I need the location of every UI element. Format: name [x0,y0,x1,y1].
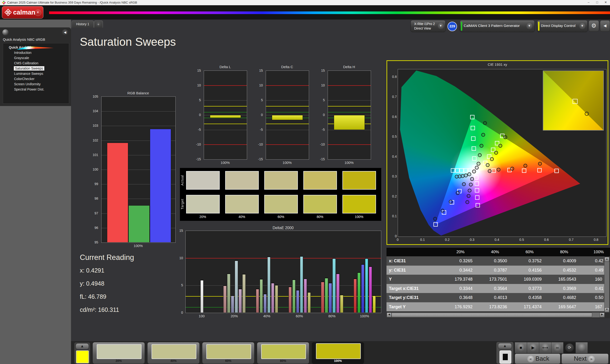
pattern-generator-dropdown[interactable]: CalMAN Client 3 Pattern Generator ▼ [460,20,535,32]
rgb-balance-y-axis: 9596979899100101102103104105 [86,96,100,242]
pattern-button-label: 40% [147,359,199,363]
scroll-up-button[interactable]: ▲ [605,257,609,262]
window-close-button[interactable]: ✕ [601,0,610,5]
cie-y-tick: 0.1 [389,214,397,218]
current-pattern-swatch[interactable] [76,351,89,363]
sidebar-item-colorchecker[interactable]: ColorChecker [3,76,69,81]
y-tick-label: 5 [176,283,184,287]
table-row: Target x:CIE310.33440.35640.37730.39690.… [387,284,604,293]
pattern-window-button[interactable] [499,351,511,364]
cie-measured-marker [469,183,472,186]
scroll-left-button[interactable]: ◀ [387,312,391,317]
preview-expand-button[interactable]: ▲ [498,343,512,349]
cie-y-tick: 0.4 [389,155,397,158]
sidebar-item-introduction[interactable]: Introduction [3,50,69,55]
limit-line [204,85,247,86]
delta-chart-l [204,70,247,160]
deltae-group-label: 100% [360,314,369,318]
y-tick-label: 15 [193,69,202,72]
meter-status-badge[interactable]: 229 [447,22,457,31]
tab-add-button[interactable]: + [94,21,103,28]
sphere-icon[interactable] [2,29,9,36]
cie-y-tick: 0.5 [389,135,397,138]
sidebar-item-root[interactable]: ◢Quick Analysis [3,45,69,50]
sidebar-item-luminance-sweeps[interactable]: Luminance Sweeps [3,71,69,76]
y-tick-label: 0 [255,113,264,117]
pattern-button-20%[interactable]: 20% [92,342,145,364]
loop-button[interactable]: ∞ [551,342,564,353]
y-tick-label: 5 [255,98,264,102]
gridline [204,100,247,101]
pattern-button-60%[interactable]: 60% [202,342,255,364]
sidebar-item-grayscale[interactable]: Grayscale [3,55,69,61]
swatch-column-label: 40% [238,215,245,219]
scroll-right-button[interactable]: ▶ [600,312,605,317]
cie-1931-panel[interactable]: CIE 1931 xy 00.10.20.30.40.50.60.70.8 00… [387,60,608,245]
panel-collapse-button[interactable]: ◀ [600,20,610,32]
table-cell: 0.4532 [547,266,576,275]
window-maximize-button[interactable]: □ [593,0,601,5]
limit-line [328,112,371,112]
delta-y-axis: 151050-5-10-15 [317,70,326,159]
rgb-balance-x-label: 100% [134,244,143,248]
horizontal-scroll-thumb[interactable] [391,313,592,317]
stop-button[interactable]: ■ [515,342,527,353]
y-tick-label: 104 [86,109,100,113]
pattern-button-label: 80% [257,359,309,363]
y-tick-label: 103 [86,124,100,128]
cie-measured-marker [524,164,527,167]
step-button[interactable]: ⟷ [539,342,551,353]
pattern-button-40%[interactable]: 40% [147,342,200,364]
cie-measured-marker [470,177,474,181]
cie-measured-marker [466,200,469,204]
y-tick-label: 5 [193,98,202,102]
display-status-stripe [538,22,539,31]
deltae-group-label: 80% [328,314,336,318]
calman-menu-button[interactable]: calman ▼ [2,6,43,19]
table-cell: 0.3500 [478,256,507,265]
scroll-down-button[interactable]: ▼ [605,308,609,312]
sidebar-item-spectral-power-dist-[interactable]: Spectral Power Dist. [3,87,69,92]
settings-button[interactable]: ⚙ [589,20,599,32]
caret-up-icon: ▲ [80,344,84,348]
tab-history-1[interactable]: History 1 [71,21,94,28]
rgb-bar-blue [150,129,171,243]
next-button[interactable]: Next» [561,353,609,364]
deltae-bar [275,285,278,313]
table-row-label: Target Y [389,302,405,311]
play-button[interactable]: ▶ [527,342,539,353]
pattern-button-label: 20% [93,359,145,363]
refresh-button[interactable]: ⟳ [563,342,576,353]
delta-bar [272,115,303,120]
vertical-scrollbar[interactable]: ▲▼ [604,257,610,312]
cie-target-marker [470,115,474,119]
window-minimize-button[interactable]: – [584,0,593,5]
y-tick-label: 0 [193,113,202,117]
sidebar-item-cms-calibration[interactable]: CMS Calibration [3,61,69,66]
back-button[interactable]: «Back [515,353,560,364]
deltae-bar [227,273,230,313]
delta-x-label: 100% [345,161,354,165]
sidebar-item-saturation-sweeps[interactable]: Saturation Sweeps [3,66,69,71]
table-row: x: CIE310.32650.35000.37520.40090.42 [387,256,604,266]
sidebar-item-screen-uniformity[interactable]: Screen Uniformity [3,81,69,87]
deltae-bar [223,286,226,313]
limit-line [186,296,381,297]
display-preview-panel: ▲ [496,342,514,364]
horizontal-scrollbar[interactable]: ◀▶ [387,312,605,318]
delta-chart-title: Delta C [266,65,309,69]
deltae-bar [340,295,343,313]
table-cell: 173.7501 [478,275,507,284]
cie-target-marker [471,137,475,141]
display-control-dropdown[interactable]: Direct Display Control ▼ [537,20,588,32]
current-reading-line: cd/m²: 160.311 [80,303,119,316]
sidebar-collapse-button[interactable]: ◀ [62,29,68,36]
meter-dropdown[interactable]: X-Rite i1Pro 2Direct View ▼ [411,20,446,32]
pattern-button-100%[interactable]: 100% [312,342,364,364]
pattern-button-80%[interactable]: 80% [257,342,309,364]
deltae-bar [296,290,299,313]
calman-dropdown-arrow-icon[interactable]: ▼ [35,10,41,16]
pattern-panel-expand-button[interactable]: ▲ [76,343,89,350]
blank-button[interactable] [575,342,588,353]
rgb-balance-chart [101,96,176,243]
